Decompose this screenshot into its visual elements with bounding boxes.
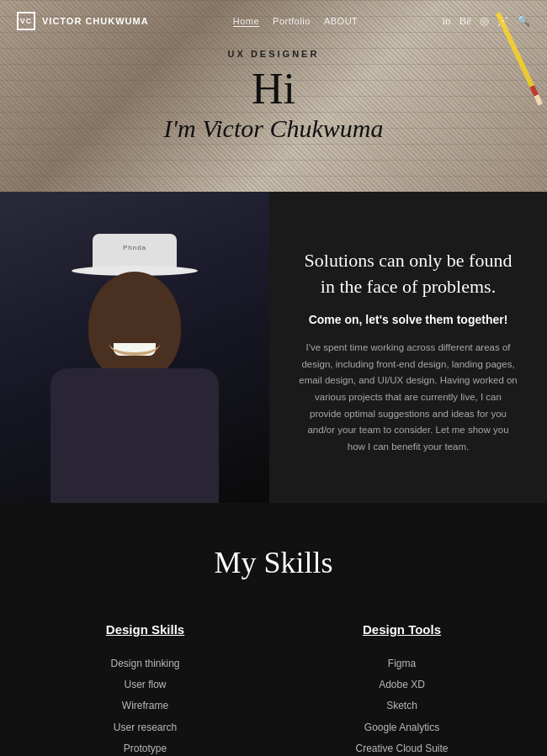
skill-item: Wireframe (25, 695, 265, 716)
hero-content: UX DESIGNER Hi I'm Victor Chukwuma (164, 49, 384, 143)
navbar: VC Victor Chukwuma Home Portfolio ABOUT … (0, 0, 547, 42)
about-photo: Phnda (0, 192, 269, 503)
smile (109, 332, 160, 356)
hat-top: Phnda (93, 234, 177, 269)
nav-about[interactable]: ABOUT (324, 16, 358, 26)
tool-item: Creative Cloud Suite (282, 738, 522, 756)
instagram-icon[interactable]: ◎ (480, 14, 489, 28)
behance-icon[interactable]: Bē (459, 14, 471, 28)
tool-item: Adobe XD (282, 674, 522, 695)
skills-grid: Design Skills Design thinkingUser flowWi… (25, 622, 522, 756)
hat-logo-text: Phnda (123, 244, 146, 251)
hat: Phnda (80, 234, 189, 276)
design-skills-title: Design Skills (25, 622, 265, 637)
tool-item: Sketch (282, 695, 522, 716)
skill-item: Prototype (25, 738, 265, 756)
share-icon[interactable]: ⋰ (497, 14, 508, 28)
logo-text: Victor Chukwuma (42, 16, 149, 26)
design-tools-list: FigmaAdobe XDSketchGoogle AnalyticsCreat… (282, 653, 522, 756)
logo[interactable]: VC Victor Chukwuma (17, 12, 149, 30)
nav-links: Home Portfolio ABOUT (233, 16, 358, 27)
hero-subtitle: UX DESIGNER (164, 49, 384, 59)
face (88, 272, 181, 381)
logo-icon: VC (17, 12, 35, 30)
about-description: I've spent time working across different… (299, 340, 518, 455)
person-illustration: Phnda (34, 217, 236, 503)
design-tools-column: Design Tools FigmaAdobe XDSketchGoogle A… (282, 622, 522, 756)
tool-item: Google Analytics (282, 717, 522, 738)
design-tools-title: Design Tools (282, 622, 522, 637)
tool-item: Figma (282, 653, 522, 674)
hero-name: I'm Victor Chukwuma (164, 114, 384, 143)
about-quote: Solutions can only be found in the face … (299, 248, 518, 300)
skills-title: My Skills (25, 545, 522, 580)
about-text: Solutions can only be found in the face … (269, 192, 547, 503)
design-skills-column: Design Skills Design thinkingUser flowWi… (25, 622, 265, 756)
skill-item: User flow (25, 674, 265, 695)
skills-section: My Skills Design Skills Design thinkingU… (0, 503, 547, 756)
about-tagline: Come on, let's solve them together! (299, 313, 518, 326)
body (50, 368, 219, 503)
hero-greeting: Hi (164, 67, 384, 111)
skill-item: Design thinking (25, 653, 265, 674)
nav-home[interactable]: Home (233, 16, 259, 27)
design-skills-list: Design thinkingUser flowWireframeUser re… (25, 653, 265, 756)
about-section: Phnda Solutions can only be found in the… (0, 192, 547, 503)
nav-social-icons: in Bē ◎ ⋰ 🔍 (442, 14, 530, 28)
nav-portfolio[interactable]: Portfolio (273, 16, 311, 26)
search-icon[interactable]: 🔍 (517, 14, 530, 28)
linkedin-icon[interactable]: in (442, 14, 450, 28)
skill-item: User research (25, 717, 265, 738)
